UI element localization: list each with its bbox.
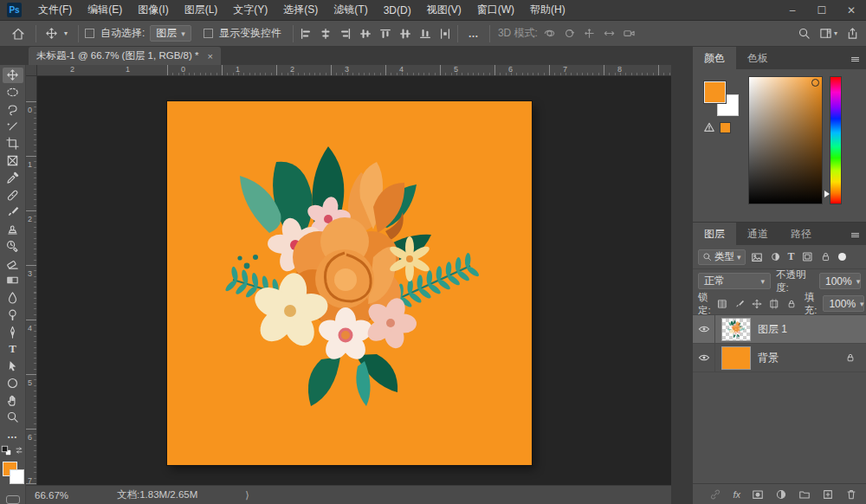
layers-panel-tab-通道[interactable]: 通道 — [736, 223, 779, 245]
smart-object-filter-icon[interactable] — [820, 251, 831, 262]
type-tool[interactable]: T — [3, 341, 23, 357]
brush-tool[interactable] — [3, 204, 23, 220]
layer-thumbnail[interactable] — [721, 318, 751, 341]
home-icon[interactable] — [7, 27, 29, 41]
lock-all-icon[interactable] — [786, 299, 797, 309]
ruler-corner[interactable] — [26, 65, 37, 76]
auto-select-checkbox[interactable] — [85, 29, 94, 38]
hue-slider-handle[interactable] — [824, 191, 830, 197]
wand-tool[interactable] — [3, 119, 23, 134]
menu-item-0[interactable]: 文件(F) — [30, 0, 80, 21]
menu-item-7[interactable]: 3D(D) — [376, 0, 419, 21]
more-options-icon[interactable]: … — [464, 28, 483, 40]
pixel-filter-icon[interactable] — [751, 251, 763, 263]
align-middle-icon[interactable] — [399, 28, 411, 40]
color-picker-handle[interactable] — [811, 79, 819, 87]
layer-visibility-eye-icon[interactable] — [693, 315, 715, 343]
adjustment-filter-icon[interactable] — [770, 251, 781, 262]
align-bottom-icon[interactable] — [419, 28, 431, 40]
swap-colors-icon[interactable] — [14, 445, 24, 456]
eyedropper-tool[interactable] — [3, 171, 23, 186]
lock-transparent-icon[interactable] — [717, 299, 727, 309]
document-tab[interactable]: 未标题-1 @ 66.7% (图层 1, RGB/8) * × — [29, 47, 221, 65]
canvas[interactable] — [167, 101, 532, 465]
panel-menu-icon[interactable] — [850, 229, 861, 241]
gamut-warning-swatch[interactable] — [720, 122, 731, 133]
align-left-icon[interactable] — [300, 28, 312, 40]
3d-camera-icon[interactable] — [623, 27, 636, 40]
layer-row-0[interactable]: 图层 1 — [693, 315, 866, 344]
tab-close-icon[interactable]: × — [207, 51, 212, 61]
history-brush-tool[interactable] — [3, 239, 23, 255]
dodge-tool[interactable] — [3, 307, 23, 323]
color-panel-tab-颜色[interactable]: 颜色 — [693, 47, 736, 69]
menu-item-2[interactable]: 图像(I) — [130, 0, 176, 21]
align-right-icon[interactable] — [339, 28, 352, 40]
show-transform-checkbox[interactable] — [204, 29, 213, 38]
blend-mode-dropdown[interactable]: 正常 ▾ — [698, 273, 771, 289]
fill-field[interactable]: 100% ▾ — [823, 295, 864, 312]
hand-tool[interactable] — [3, 392, 23, 408]
path-select-tool[interactable] — [3, 359, 23, 374]
zoom-level-field[interactable]: 66.67% — [35, 490, 95, 501]
adjustment-icon[interactable] — [775, 488, 787, 501]
panel-menu-icon[interactable] — [850, 54, 861, 65]
hue-slider[interactable] — [830, 76, 842, 204]
zoom-tool[interactable] — [3, 410, 23, 425]
auto-select-dropdown[interactable]: 图层 ▾ — [150, 25, 191, 42]
type-filter-icon[interactable]: T — [788, 250, 795, 263]
lasso-tool[interactable] — [3, 102, 23, 118]
close-button[interactable]: ✕ — [837, 0, 866, 20]
lock-artboard-icon[interactable] — [769, 299, 779, 309]
frame-tool[interactable] — [3, 153, 23, 169]
minimize-button[interactable]: – — [778, 0, 807, 20]
layer-row-1[interactable]: 背景 — [693, 344, 866, 372]
pen-tool[interactable] — [3, 324, 23, 339]
move-tool-preset-icon[interactable] — [42, 27, 60, 40]
distribute-icon[interactable] — [439, 28, 451, 40]
layer-filter-toggle[interactable] — [838, 253, 846, 261]
color-panel-tab-色板[interactable]: 色板 — [736, 47, 779, 69]
mask-icon[interactable] — [752, 488, 764, 501]
chevron-down-icon[interactable]: ▾ — [60, 29, 72, 37]
quick-mask-button[interactable] — [6, 495, 20, 504]
lock-move-icon[interactable] — [752, 299, 762, 309]
3d-orbit-icon[interactable] — [543, 27, 556, 40]
shape-filter-icon[interactable] — [802, 251, 813, 262]
align-top-icon[interactable] — [379, 28, 391, 40]
align-center-h-icon[interactable] — [320, 28, 332, 40]
3d-slide-icon[interactable] — [603, 27, 616, 40]
ruler-vertical[interactable]: 01234567 — [26, 76, 37, 485]
heal-tool[interactable] — [3, 187, 23, 203]
new-layer-icon[interactable] — [822, 488, 834, 501]
menu-item-5[interactable]: 选择(S) — [275, 0, 326, 21]
share-icon[interactable] — [846, 27, 859, 40]
ellipsis-tool[interactable]: … — [3, 427, 23, 443]
move-tool[interactable] — [3, 68, 23, 83]
delete-icon[interactable] — [845, 488, 857, 501]
workspace-icon[interactable] — [819, 27, 832, 40]
layer-filter-type-dropdown[interactable]: 类型 ▾ — [698, 249, 746, 265]
lock-paint-icon[interactable] — [734, 299, 745, 309]
3d-pan-icon[interactable] — [583, 27, 596, 40]
stamp-tool[interactable] — [3, 222, 23, 237]
layer-thumbnail[interactable] — [721, 346, 751, 370]
blur-tool[interactable] — [3, 290, 23, 306]
menu-item-1[interactable]: 编辑(E) — [80, 0, 130, 21]
layer-visibility-eye-icon[interactable] — [693, 344, 715, 372]
link-icon[interactable] — [709, 488, 721, 501]
menu-item-9[interactable]: 窗口(W) — [469, 0, 522, 21]
eraser-tool[interactable] — [3, 255, 23, 271]
align-justify-icon[interactable] — [359, 28, 372, 40]
opacity-field[interactable]: 100% ▾ — [819, 273, 861, 289]
menu-item-10[interactable]: 帮助(H) — [522, 0, 573, 21]
gamut-warning[interactable] — [703, 121, 731, 133]
marquee-tool[interactable] — [3, 85, 23, 100]
fx-icon[interactable]: fx — [733, 489, 740, 500]
menu-item-4[interactable]: 文字(Y) — [225, 0, 275, 21]
menu-item-8[interactable]: 视图(V) — [419, 0, 469, 21]
group-icon[interactable] — [798, 488, 811, 501]
crop-tool[interactable] — [3, 136, 23, 152]
shape-tool[interactable] — [3, 376, 23, 391]
gradient-tool[interactable] — [3, 273, 23, 288]
